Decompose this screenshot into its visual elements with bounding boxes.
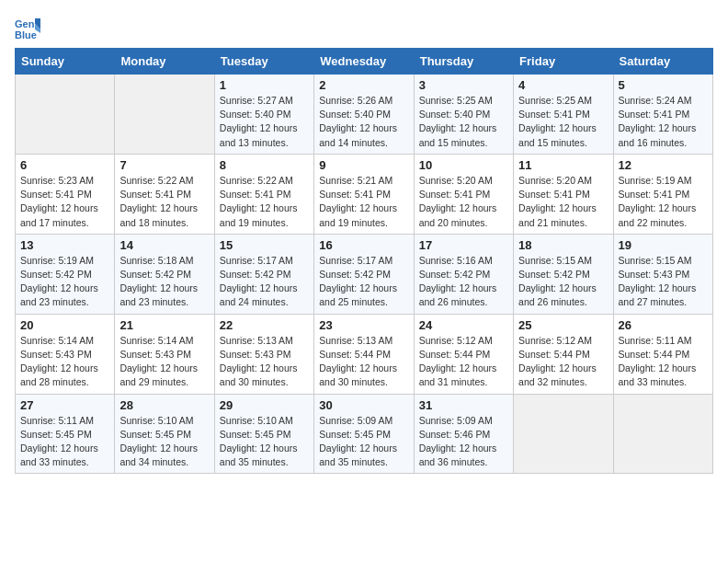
- day-info: Sunrise: 5:20 AM Sunset: 5:41 PM Dayligh…: [518, 174, 608, 230]
- day-number: 31: [419, 398, 508, 412]
- day-number: 22: [220, 318, 309, 332]
- day-number: 15: [220, 238, 309, 252]
- day-cell: 4Sunrise: 5:25 AM Sunset: 5:41 PM Daylig…: [514, 75, 613, 155]
- day-number: 5: [619, 78, 708, 92]
- day-header-saturday: Saturday: [613, 49, 712, 75]
- logo-icon: Gen Blue: [15, 15, 40, 40]
- day-info: Sunrise: 5:19 AM Sunset: 5:42 PM Dayligh…: [20, 254, 109, 310]
- day-info: Sunrise: 5:09 AM Sunset: 5:45 PM Dayligh…: [319, 414, 408, 470]
- day-number: 24: [419, 318, 508, 332]
- calendar-table: SundayMondayTuesdayWednesdayThursdayFrid…: [15, 48, 713, 474]
- day-cell: 3Sunrise: 5:25 AM Sunset: 5:40 PM Daylig…: [414, 75, 513, 155]
- day-info: Sunrise: 5:20 AM Sunset: 5:41 PM Dayligh…: [419, 174, 508, 230]
- day-number: 17: [419, 238, 508, 252]
- day-cell: [613, 394, 712, 474]
- day-number: 6: [20, 158, 109, 172]
- day-number: 20: [20, 318, 109, 332]
- day-cell: 19Sunrise: 5:15 AM Sunset: 5:43 PM Dayli…: [613, 234, 712, 314]
- week-row-4: 20Sunrise: 5:14 AM Sunset: 5:43 PM Dayli…: [16, 314, 713, 394]
- day-cell: 26Sunrise: 5:11 AM Sunset: 5:44 PM Dayli…: [613, 314, 712, 394]
- week-row-1: 1Sunrise: 5:27 AM Sunset: 5:40 PM Daylig…: [16, 75, 713, 155]
- day-number: 19: [619, 238, 708, 252]
- day-header-thursday: Thursday: [414, 49, 513, 75]
- day-info: Sunrise: 5:15 AM Sunset: 5:42 PM Dayligh…: [518, 254, 608, 310]
- header-row: SundayMondayTuesdayWednesdayThursdayFrid…: [16, 49, 713, 75]
- week-row-5: 27Sunrise: 5:11 AM Sunset: 5:45 PM Dayli…: [16, 394, 713, 474]
- day-number: 14: [119, 238, 209, 252]
- day-cell: 2Sunrise: 5:26 AM Sunset: 5:40 PM Daylig…: [314, 75, 414, 155]
- day-number: 9: [319, 158, 408, 172]
- day-cell: 21Sunrise: 5:14 AM Sunset: 5:43 PM Dayli…: [115, 314, 214, 394]
- svg-text:Blue: Blue: [15, 29, 37, 40]
- day-cell: 16Sunrise: 5:17 AM Sunset: 5:42 PM Dayli…: [314, 234, 414, 314]
- day-info: Sunrise: 5:25 AM Sunset: 5:40 PM Dayligh…: [419, 94, 508, 150]
- day-number: 12: [619, 158, 708, 172]
- day-cell: 20Sunrise: 5:14 AM Sunset: 5:43 PM Dayli…: [16, 314, 115, 394]
- day-cell: 23Sunrise: 5:13 AM Sunset: 5:44 PM Dayli…: [314, 314, 414, 394]
- day-info: Sunrise: 5:12 AM Sunset: 5:44 PM Dayligh…: [518, 334, 608, 390]
- day-info: Sunrise: 5:14 AM Sunset: 5:43 PM Dayligh…: [119, 334, 209, 390]
- day-cell: 22Sunrise: 5:13 AM Sunset: 5:43 PM Dayli…: [214, 314, 313, 394]
- week-row-2: 6Sunrise: 5:23 AM Sunset: 5:41 PM Daylig…: [16, 154, 713, 234]
- day-cell: [115, 75, 214, 155]
- day-header-wednesday: Wednesday: [314, 49, 414, 75]
- day-cell: 13Sunrise: 5:19 AM Sunset: 5:42 PM Dayli…: [16, 234, 115, 314]
- day-cell: 11Sunrise: 5:20 AM Sunset: 5:41 PM Dayli…: [514, 154, 613, 234]
- day-cell: 29Sunrise: 5:10 AM Sunset: 5:45 PM Dayli…: [214, 394, 313, 474]
- day-info: Sunrise: 5:26 AM Sunset: 5:40 PM Dayligh…: [319, 94, 408, 150]
- day-info: Sunrise: 5:21 AM Sunset: 5:41 PM Dayligh…: [319, 174, 408, 230]
- day-header-monday: Monday: [115, 49, 214, 75]
- day-number: 4: [518, 78, 608, 92]
- day-info: Sunrise: 5:10 AM Sunset: 5:45 PM Dayligh…: [119, 414, 209, 470]
- day-number: 26: [619, 318, 708, 332]
- day-number: 16: [319, 238, 408, 252]
- day-cell: 28Sunrise: 5:10 AM Sunset: 5:45 PM Dayli…: [115, 394, 214, 474]
- day-info: Sunrise: 5:13 AM Sunset: 5:43 PM Dayligh…: [220, 334, 309, 390]
- day-cell: 5Sunrise: 5:24 AM Sunset: 5:41 PM Daylig…: [613, 75, 712, 155]
- day-info: Sunrise: 5:23 AM Sunset: 5:41 PM Dayligh…: [20, 174, 109, 230]
- day-cell: 1Sunrise: 5:27 AM Sunset: 5:40 PM Daylig…: [214, 75, 313, 155]
- day-cell: 27Sunrise: 5:11 AM Sunset: 5:45 PM Dayli…: [16, 394, 115, 474]
- svg-text:Gen: Gen: [15, 18, 35, 29]
- day-info: Sunrise: 5:11 AM Sunset: 5:44 PM Dayligh…: [619, 334, 708, 390]
- day-number: 3: [419, 78, 508, 92]
- day-cell: 31Sunrise: 5:09 AM Sunset: 5:46 PM Dayli…: [414, 394, 513, 474]
- day-info: Sunrise: 5:15 AM Sunset: 5:43 PM Dayligh…: [619, 254, 708, 310]
- day-number: 30: [319, 398, 408, 412]
- day-number: 18: [518, 238, 608, 252]
- day-info: Sunrise: 5:25 AM Sunset: 5:41 PM Dayligh…: [518, 94, 608, 150]
- day-info: Sunrise: 5:17 AM Sunset: 5:42 PM Dayligh…: [220, 254, 309, 310]
- day-info: Sunrise: 5:14 AM Sunset: 5:43 PM Dayligh…: [20, 334, 109, 390]
- day-number: 2: [319, 78, 408, 92]
- day-info: Sunrise: 5:10 AM Sunset: 5:45 PM Dayligh…: [220, 414, 309, 470]
- day-cell: 8Sunrise: 5:22 AM Sunset: 5:41 PM Daylig…: [214, 154, 313, 234]
- day-info: Sunrise: 5:22 AM Sunset: 5:41 PM Dayligh…: [119, 174, 209, 230]
- day-number: 11: [518, 158, 608, 172]
- day-info: Sunrise: 5:11 AM Sunset: 5:45 PM Dayligh…: [20, 414, 109, 470]
- day-number: 23: [319, 318, 408, 332]
- day-cell: 15Sunrise: 5:17 AM Sunset: 5:42 PM Dayli…: [214, 234, 313, 314]
- day-cell: 6Sunrise: 5:23 AM Sunset: 5:41 PM Daylig…: [16, 154, 115, 234]
- day-number: 8: [220, 158, 309, 172]
- day-cell: 9Sunrise: 5:21 AM Sunset: 5:41 PM Daylig…: [314, 154, 414, 234]
- day-cell: 30Sunrise: 5:09 AM Sunset: 5:45 PM Dayli…: [314, 394, 414, 474]
- day-info: Sunrise: 5:09 AM Sunset: 5:46 PM Dayligh…: [419, 414, 508, 470]
- page-header: Gen Blue: [15, 15, 713, 40]
- day-info: Sunrise: 5:27 AM Sunset: 5:40 PM Dayligh…: [220, 94, 309, 150]
- day-number: 29: [220, 398, 309, 412]
- day-cell: 17Sunrise: 5:16 AM Sunset: 5:42 PM Dayli…: [414, 234, 513, 314]
- day-header-friday: Friday: [514, 49, 613, 75]
- logo: Gen Blue: [15, 15, 44, 40]
- day-cell: [16, 75, 115, 155]
- day-number: 28: [119, 398, 209, 412]
- day-header-tuesday: Tuesday: [214, 49, 313, 75]
- day-cell: 10Sunrise: 5:20 AM Sunset: 5:41 PM Dayli…: [414, 154, 513, 234]
- day-number: 7: [119, 158, 209, 172]
- day-info: Sunrise: 5:13 AM Sunset: 5:44 PM Dayligh…: [319, 334, 408, 390]
- day-cell: [514, 394, 613, 474]
- day-number: 21: [119, 318, 209, 332]
- day-info: Sunrise: 5:16 AM Sunset: 5:42 PM Dayligh…: [419, 254, 508, 310]
- day-number: 27: [20, 398, 109, 412]
- day-number: 1: [220, 78, 309, 92]
- day-info: Sunrise: 5:18 AM Sunset: 5:42 PM Dayligh…: [119, 254, 209, 310]
